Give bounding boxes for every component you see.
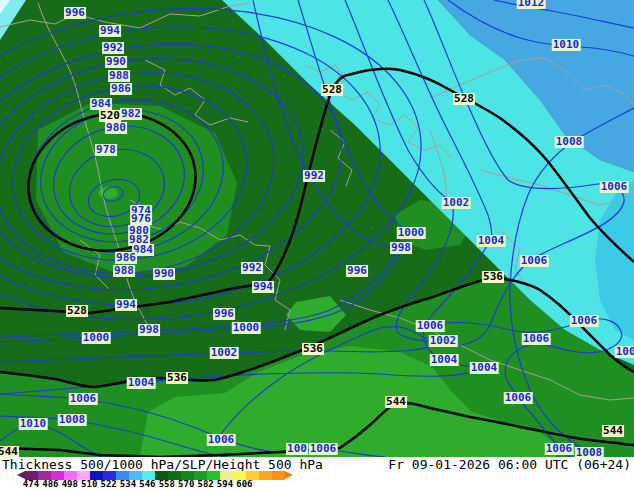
slp-label: 1006 bbox=[416, 320, 445, 332]
slp-label: 1002 bbox=[210, 347, 239, 359]
slp-label: 1006 bbox=[545, 443, 574, 455]
weather-map: 9969949929909889869849829809789749769809… bbox=[0, 0, 634, 457]
slp-label: 1006 bbox=[522, 333, 551, 345]
slp-label: 1006 bbox=[69, 393, 98, 405]
colorbar-tick: 534 bbox=[120, 479, 136, 489]
slp-label: 988 bbox=[113, 265, 135, 277]
colorbar-tick: 486 bbox=[42, 479, 58, 489]
height-label: 536 bbox=[166, 372, 188, 384]
slp-label: 1004 bbox=[430, 354, 459, 366]
slp-label: 1000 bbox=[82, 332, 111, 344]
slp-label: 1006 bbox=[570, 315, 599, 327]
slp-label: 986 bbox=[115, 252, 137, 264]
slp-label: 1008 bbox=[555, 136, 584, 148]
slp-label: 1008 bbox=[575, 447, 604, 457]
slp-label: 1012 bbox=[517, 0, 546, 9]
colorbar-tick: 570 bbox=[178, 479, 194, 489]
slp-label: 996 bbox=[64, 7, 86, 19]
slp-label: 988 bbox=[108, 70, 130, 82]
height-label: 520 bbox=[99, 110, 121, 122]
slp-label: 1006 bbox=[504, 392, 533, 404]
slp-label: 994 bbox=[252, 281, 274, 293]
slp-label: 998 bbox=[390, 242, 412, 254]
height-label: 544 bbox=[602, 425, 624, 437]
slp-label: 992 bbox=[303, 170, 325, 182]
slp-label: 998 bbox=[138, 324, 160, 336]
slp-label: 1000 bbox=[232, 322, 261, 334]
slp-label: 992 bbox=[241, 262, 263, 274]
slp-label: 1008 bbox=[58, 414, 87, 426]
slp-label: 1002 bbox=[429, 335, 458, 347]
slp-label: 100 bbox=[286, 443, 308, 455]
slp-label: 1010 bbox=[19, 418, 48, 430]
slp-label: 994 bbox=[99, 25, 121, 37]
height-label: 528 bbox=[66, 305, 88, 317]
slp-label: 996 bbox=[346, 265, 368, 277]
slp-label: 1002 bbox=[442, 197, 471, 209]
colorbar-tick: 498 bbox=[62, 479, 78, 489]
slp-label: 1006 bbox=[615, 346, 634, 358]
slp-label: 1000 bbox=[397, 227, 426, 239]
slp-label: 1004 bbox=[477, 235, 506, 247]
slp-label: 980 bbox=[105, 122, 127, 134]
slp-label: 986 bbox=[110, 83, 132, 95]
slp-label: 990 bbox=[153, 268, 175, 280]
height-label: 536 bbox=[302, 343, 324, 355]
height-label: 544 bbox=[0, 446, 19, 457]
legend-title: Thickness 500/1000 hPa/SLP/Height 500 hP… bbox=[2, 457, 323, 472]
colorbar-tick: 606 bbox=[236, 479, 252, 489]
height-label: 528 bbox=[321, 84, 343, 96]
slp-label: 1006 bbox=[520, 255, 549, 267]
colorbar-right-arrow bbox=[285, 471, 293, 479]
colorbar-tick: 558 bbox=[159, 479, 175, 489]
colorbar-tick: 522 bbox=[100, 479, 116, 489]
legend-datetime: Fr 09-01-2026 06:00 UTC (06+24) bbox=[388, 457, 631, 472]
colorbar-tick: 546 bbox=[139, 479, 155, 489]
slp-label: 1006 bbox=[600, 181, 629, 193]
slp-label: 1004 bbox=[470, 362, 499, 374]
height-label: 544 bbox=[385, 396, 407, 408]
slp-label: 990 bbox=[105, 56, 127, 68]
height-label: 528 bbox=[453, 93, 475, 105]
colorbar-tick: 594 bbox=[217, 479, 233, 489]
colorbar-tick: 474 bbox=[23, 479, 39, 489]
map-labels: 9969949929909889869849829809789749769809… bbox=[0, 0, 634, 457]
colorbar-scale: 474486498510522534546558570582594606 bbox=[0, 479, 634, 490]
slp-label: 992 bbox=[102, 42, 124, 54]
colorbar-left-arrow bbox=[17, 471, 25, 479]
slp-label: 996 bbox=[213, 308, 235, 320]
weather-map-page: 9969949929909889869849829809789749769809… bbox=[0, 0, 634, 490]
slp-label: 982 bbox=[120, 108, 142, 120]
colorbar-tick: 582 bbox=[197, 479, 213, 489]
slp-label: 978 bbox=[95, 144, 117, 156]
legend-bar: Thickness 500/1000 hPa/SLP/Height 500 hP… bbox=[0, 457, 634, 490]
slp-label: 1004 bbox=[127, 377, 156, 389]
height-label: 536 bbox=[482, 271, 504, 283]
slp-label: 1010 bbox=[552, 39, 581, 51]
slp-label: 1006 bbox=[309, 443, 338, 455]
slp-label: 1006 bbox=[207, 434, 236, 446]
slp-label: 994 bbox=[115, 299, 137, 311]
colorbar-tick: 510 bbox=[81, 479, 97, 489]
